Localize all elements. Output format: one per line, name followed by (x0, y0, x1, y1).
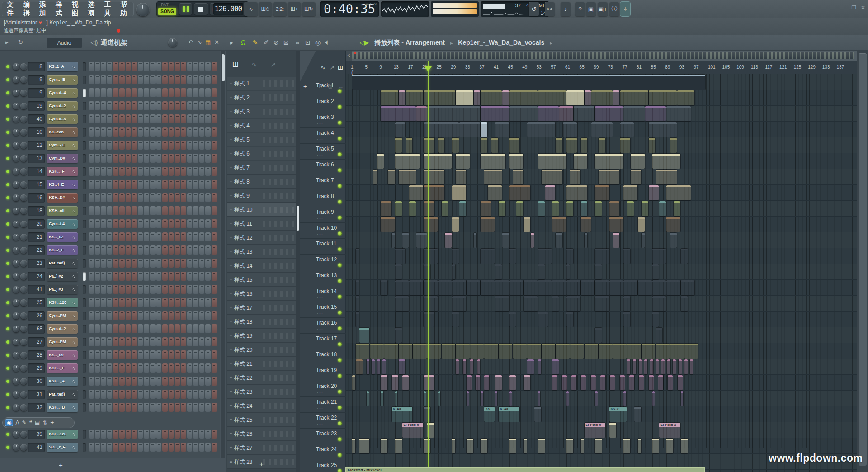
clip[interactable] (566, 138, 577, 153)
step-cell[interactable] (113, 377, 118, 386)
step-cell[interactable] (107, 403, 113, 412)
clip[interactable] (581, 217, 591, 232)
clip[interactable] (652, 154, 680, 169)
step-cell[interactable] (193, 363, 198, 373)
step-cell[interactable] (175, 114, 180, 123)
step-cell[interactable] (150, 127, 156, 137)
track-header[interactable]: Track 14··· (300, 286, 346, 302)
step-cell[interactable] (95, 245, 100, 255)
clip[interactable] (352, 439, 355, 453)
track-header[interactable]: Track 3··· (300, 112, 346, 128)
track-header[interactable]: Track 2··· (300, 96, 346, 112)
step-cell[interactable] (113, 167, 118, 176)
step-cell[interactable] (101, 272, 106, 281)
clip[interactable] (381, 391, 383, 406)
channel-pan-knob[interactable] (13, 444, 19, 451)
clip[interactable] (424, 264, 430, 279)
undo-icon[interactable]: ↶ (188, 39, 193, 46)
playlist-track-lane[interactable] (346, 296, 857, 312)
clip[interactable] (399, 170, 416, 184)
step-cell[interactable] (181, 88, 186, 97)
step-cell[interactable] (119, 403, 125, 412)
channel-button[interactable]: Pa..) #3∿ (47, 285, 78, 294)
clip[interactable] (527, 122, 555, 137)
clip[interactable] (681, 296, 688, 311)
step-cell[interactable] (169, 62, 174, 71)
channel-number-display[interactable]: 31 (28, 390, 45, 399)
step-cell[interactable] (95, 363, 100, 373)
channel-number-display[interactable]: 18 (28, 206, 45, 216)
picker-category-2[interactable]: ↗ (270, 61, 276, 69)
clip[interactable] (456, 344, 470, 359)
menu-item-7[interactable]: 工具 (104, 0, 113, 18)
step-cell[interactable] (119, 154, 125, 163)
gutter-tool-1[interactable]: ⧉ (328, 83, 332, 90)
step-cell[interactable] (138, 101, 143, 110)
clip[interactable] (638, 280, 652, 295)
clip[interactable] (481, 249, 495, 264)
gutter-tool-2[interactable]: ↔ (338, 83, 344, 90)
step-cell[interactable] (138, 298, 143, 307)
step-cell[interactable] (113, 403, 118, 412)
track-header[interactable]: Track 19··· (300, 365, 346, 381)
menu-item-2[interactable]: 编辑 (23, 0, 32, 18)
track-enable-led[interactable] (338, 263, 342, 267)
step-cell[interactable] (150, 298, 156, 307)
channel-pan-knob[interactable] (13, 312, 19, 319)
step-cell[interactable] (212, 324, 217, 333)
toolbar-button-3:2:[interactable]: 3:2: (273, 2, 287, 16)
step-cell[interactable] (107, 363, 113, 373)
step-cell[interactable] (162, 75, 168, 84)
track-enable-led[interactable] (338, 469, 342, 472)
step-cell[interactable] (181, 193, 186, 202)
track-enable-led[interactable] (338, 406, 342, 410)
step-cell[interactable] (205, 390, 211, 399)
step-cell[interactable] (193, 430, 198, 439)
rack-detach-icon[interactable]: ▸ (5, 39, 9, 46)
clip[interactable] (509, 375, 516, 390)
step-cell[interactable] (113, 285, 118, 294)
step-cell[interactable] (107, 154, 113, 163)
channel-button[interactable]: Cymat..2∿ (47, 324, 78, 334)
pattern-item[interactable]: ≡样式 3 (227, 105, 296, 118)
step-cell[interactable] (187, 62, 193, 71)
step-cell[interactable] (169, 390, 174, 399)
step-cell[interactable] (193, 337, 198, 346)
step-cell[interactable] (162, 377, 168, 386)
clip[interactable] (424, 201, 434, 216)
step-cell[interactable] (89, 311, 94, 320)
step-cell[interactable] (199, 114, 205, 123)
float-tool-1[interactable]: A (15, 420, 19, 426)
clip[interactable] (538, 312, 548, 327)
playlist-track-lane[interactable] (346, 106, 857, 122)
clip[interactable] (452, 296, 466, 311)
step-cell[interactable] (126, 114, 131, 123)
step-cell[interactable] (193, 62, 198, 71)
step-cell[interactable] (187, 232, 193, 241)
clip[interactable] (652, 296, 666, 311)
clip[interactable] (627, 201, 634, 216)
channel-button[interactable]: KSH.._A∿ (47, 377, 78, 386)
step-cell[interactable] (162, 390, 168, 399)
step-cell[interactable] (138, 154, 143, 163)
clip[interactable] (409, 185, 423, 200)
channel-enable-led[interactable] (6, 222, 9, 226)
clip[interactable] (552, 296, 559, 311)
clip[interactable] (678, 375, 683, 390)
step-cell[interactable] (89, 154, 94, 163)
channel-button[interactable]: Pat..ted)∿ (47, 390, 78, 399)
pattern-item[interactable]: ≡样式 6 (227, 147, 296, 160)
selected-clip-kickstart[interactable]: Kickstart - Mix level (346, 468, 704, 472)
channel-number-display[interactable]: 39 (28, 430, 45, 439)
step-cell[interactable] (107, 350, 113, 359)
playlist-track-lane[interactable] (346, 438, 857, 454)
step-cell[interactable] (101, 114, 106, 123)
clip[interactable] (666, 185, 691, 200)
clip[interactable] (424, 280, 438, 295)
channel-number-display[interactable]: 9 (28, 75, 45, 85)
step-cell[interactable] (193, 377, 198, 386)
channel-volume-knob[interactable] (20, 404, 27, 411)
float-tool-5[interactable]: ⇅ (42, 420, 47, 426)
step-cell[interactable] (187, 154, 193, 163)
clip[interactable] (681, 439, 688, 453)
